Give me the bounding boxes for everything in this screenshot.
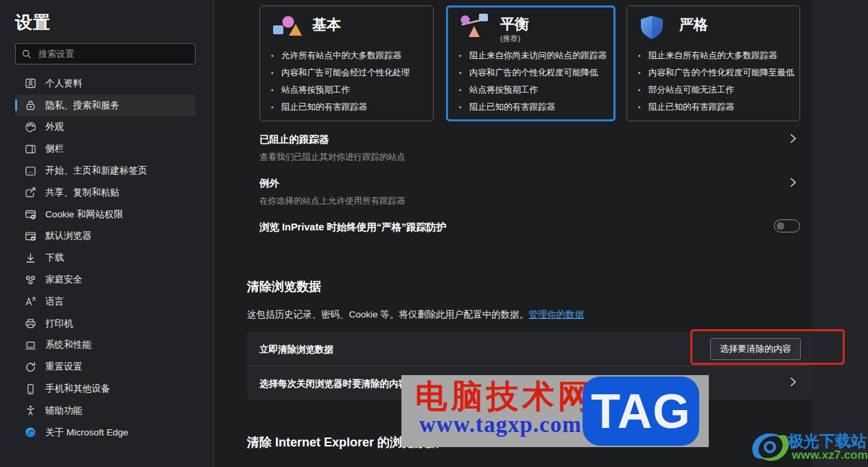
tracking-card-basic[interactable]: 基本 允许所有站点中的大多数跟踪器 内容和广告可能会经过个性化处理 站点将按预期… [259, 5, 434, 121]
sidebar-item-label: 家庭安全 [45, 274, 82, 286]
inprivate-strict-label: 浏览 InPrivate 时始终使用“严格”跟踪防护 [259, 221, 446, 234]
clear-data-description: 这包括历史记录、密码、Cookie 等。将仅删除此用户配置中的数据。管理你的数据 [247, 309, 584, 321]
sidebar-item-label: 外观 [45, 121, 64, 133]
sidebar-item-profile[interactable]: 个人资料 [15, 73, 196, 95]
search-settings-box[interactable] [15, 43, 196, 64]
manage-your-data-link[interactable]: 管理你的数据 [528, 309, 584, 320]
sidebar-item-privacy[interactable]: 隐私、搜索和服务 [15, 95, 196, 117]
toggle-knob [777, 222, 784, 230]
card-bullet: 阻止已知的有害跟踪器 [458, 99, 608, 116]
sidebar-item-about-edge[interactable]: 关于 Microsoft Edge [15, 422, 196, 444]
family-icon [25, 274, 36, 286]
sidebar-item-accessibility[interactable]: 辅助功能 [15, 400, 196, 422]
inprivate-strict-toggle[interactable] [774, 219, 800, 232]
right-margin [812, 0, 868, 467]
recommended-badge: (推荐) [500, 34, 529, 44]
blocked-trackers-row[interactable]: 已阻止的跟踪器 [259, 133, 329, 146]
sidebar-item-label: 手机和其他设备 [45, 383, 110, 395]
sidebar-item-label: 系统和性能 [45, 339, 92, 351]
card-bullet: 站点将按预期工作 [458, 82, 608, 99]
sidebar-item-appearance[interactable]: 外观 [15, 117, 196, 139]
sidebar-item-label: 共享、复制和粘贴 [45, 187, 119, 199]
sidebar-divider [213, 0, 214, 467]
browser-check-icon [25, 230, 36, 242]
selected-accent-bar [15, 99, 17, 111]
sidebar-item-reset-settings[interactable]: 重置设置 [15, 356, 196, 378]
blocked-trackers-subtitle: 查看我们已阻止其对你进行跟踪的站点 [259, 152, 406, 163]
sidebar-layout-icon [25, 143, 36, 155]
card-bullet: 阻止来自所有站点的大多数跟踪器 [637, 47, 794, 64]
sidebar-item-label: 隐私、搜索和服务 [45, 99, 119, 112]
id-card-icon [25, 77, 36, 89]
printer-icon [25, 318, 36, 329]
sidebar-item-label: 下载 [45, 252, 64, 264]
sidebar-item-cookies-permissions[interactable]: Cookie 和网站权限 [15, 204, 196, 226]
row-divider [247, 366, 812, 366]
card-title: 基本 [312, 16, 341, 34]
sidebar-item-languages[interactable]: 语言 [15, 291, 196, 313]
card-bullet: 内容和广告可能会经过个性化处理 [270, 64, 427, 82]
card-bullet: 阻止已知的有害跟踪器 [270, 99, 427, 116]
sidebar-item-label: Cookie 和网站权限 [45, 208, 123, 221]
card-title: 平衡 [500, 15, 529, 33]
sidebar-item-printers[interactable]: 打印机 [15, 313, 196, 335]
balance-icon [459, 14, 491, 41]
card-bullet: 允许所有站点中的大多数跟踪器 [270, 47, 427, 64]
xz7-swirl-logo-icon [749, 427, 792, 466]
edge-logo-icon [25, 427, 36, 438]
page-title: 设置 [15, 11, 51, 34]
tracking-card-strict[interactable]: 严格 阻止来自所有站点的大多数跟踪器 内容和广告的个性化程度可能降至最低 部分站… [626, 5, 800, 121]
lock-icon [25, 99, 36, 111]
card-bullet: 阻止已知的有害跟踪器 [637, 99, 794, 116]
sidebar-item-default-browser[interactable]: 默认浏览器 [15, 226, 196, 248]
search-input[interactable] [38, 49, 189, 59]
download-icon [25, 252, 36, 264]
chevron-right-icon[interactable] [790, 377, 797, 387]
tracking-card-balanced-selected[interactable]: 平衡 (推荐) 阻止来自你尚未访问的站点的跟踪器 内容和广告的个性化程度可能降低… [446, 5, 615, 121]
tagxp-watermark: 电脑技术网 www.tagxp.com TAG [401, 375, 709, 447]
exceptions-subtitle: 在你选择的站点上允许使用所有跟踪器 [259, 195, 406, 207]
sidebar-item-label: 侧栏 [45, 143, 64, 155]
card-bullet: 部分站点可能无法工作 [637, 82, 794, 99]
shapes-icon [271, 14, 303, 42]
phone-icon [25, 383, 36, 395]
language-icon [25, 296, 36, 307]
choose-what-to-clear-button[interactable]: 选择要清除的内容 [710, 338, 801, 360]
laptop-icon [25, 339, 36, 351]
card-bullet: 阻止来自你尚未访问的站点的跟踪器 [458, 47, 608, 64]
sidebar-item-family-safety[interactable]: 家庭安全 [15, 269, 196, 291]
edge-settings-page: 设置 个人资料 隐私、搜索和服务 外观 侧栏 [0, 0, 868, 467]
clear-now-label: 立即清除浏览数据 [259, 344, 333, 356]
sidebar-item-system-performance[interactable]: 系统和性能 [15, 335, 196, 357]
sidebar-item-label: 重置设置 [45, 361, 82, 373]
card-title: 严格 [679, 16, 708, 34]
sidebar-item-share-copy-paste[interactable]: 共享、复制和粘贴 [15, 182, 196, 204]
sidebar-item-start-home[interactable]: 开始、主页和新建标签页 [15, 160, 196, 182]
xz7-url: www.xz7.com [792, 448, 868, 462]
chevron-right-icon[interactable] [790, 178, 797, 187]
sidebar-item-label: 默认浏览器 [45, 230, 92, 242]
sidebar-item-phone-devices[interactable]: 手机和其他设备 [15, 378, 196, 400]
sidebar-item-label: 辅助功能 [45, 405, 82, 417]
xz7-watermark: 极光下载站 www.xz7.com [748, 414, 868, 467]
exceptions-row[interactable]: 例外 [259, 177, 279, 190]
clear-on-close-row[interactable]: 选择每次关闭浏览器时要清除的内容 [259, 378, 408, 390]
tab-page-icon [25, 165, 36, 177]
sidebar-item-label: 个人资料 [45, 77, 82, 90]
reset-icon [25, 361, 36, 373]
clear-data-heading: 清除浏览数据 [247, 278, 321, 295]
card-bullet: 站点将按预期工作 [270, 82, 427, 99]
card-bullet: 内容和广告的个性化程度可能降至最低 [637, 64, 794, 82]
tagxp-url: www.tagxp.com [419, 412, 582, 438]
sidebar-menu: 个人资料 隐私、搜索和服务 外观 侧栏 开始、主页和新建标签页 共享、复制和粘贴 [15, 73, 196, 444]
shield-icon [638, 14, 670, 42]
cookie-permissions-icon [25, 208, 36, 220]
card-bullet: 内容和广告的个性化程度可能降低 [458, 64, 608, 82]
share-icon [25, 187, 36, 198]
tag-badge: TAG [583, 376, 699, 446]
sidebar-item-label: 开始、主页和新建标签页 [45, 165, 148, 177]
sidebar-item-sidebar[interactable]: 侧栏 [15, 138, 196, 160]
clear-data-description-text: 这包括历史记录、密码、Cookie 等。将仅删除此用户配置中的数据。 [247, 309, 528, 320]
chevron-right-icon[interactable] [790, 134, 797, 143]
sidebar-item-downloads[interactable]: 下载 [15, 247, 196, 269]
